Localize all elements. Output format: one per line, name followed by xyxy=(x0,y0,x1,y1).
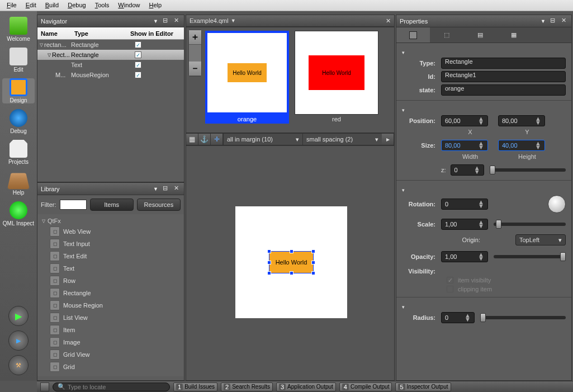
library-category[interactable]: ▽QtFx xyxy=(37,216,184,225)
navigator-row[interactable]: ▽Rect...Rectangle✓ xyxy=(37,50,184,60)
navigator-menu-arrow[interactable]: ▼ xyxy=(153,18,158,24)
snap-button[interactable]: ▦ xyxy=(186,134,198,145)
rotation-field[interactable]: 0▲▼ xyxy=(441,199,488,210)
type-field[interactable]: Rectangle xyxy=(441,58,566,69)
mode-projects[interactable]: Projects xyxy=(2,140,35,165)
properties-split-icon[interactable]: ⊟ xyxy=(548,17,557,26)
height-field[interactable]: 40,00▲▼ xyxy=(498,140,545,151)
radius-field[interactable]: 0▲▼ xyxy=(441,312,475,323)
navigator-row[interactable]: Text✓ xyxy=(37,60,184,70)
prop-tab-advanced[interactable]: ▤ xyxy=(463,27,497,42)
navigator-row[interactable]: M...MouseRegion✓ xyxy=(37,70,184,80)
library-item[interactable]: ◻Mouse Region xyxy=(37,299,184,311)
locator-input[interactable]: 🔍Type to locate xyxy=(53,382,170,391)
library-item[interactable]: ◻Image xyxy=(37,336,184,348)
pos-x-field[interactable]: 60,00▲▼ xyxy=(441,115,488,126)
menu-debug[interactable]: Debug xyxy=(63,0,90,11)
pos-y-field[interactable]: 80,00▲▼ xyxy=(498,115,545,126)
anchor-button[interactable]: ⚓ xyxy=(198,134,211,145)
document-filename[interactable]: Example4.qml xyxy=(190,17,229,24)
prop-tab-basic[interactable] xyxy=(396,27,430,42)
library-item[interactable]: ◻List View xyxy=(37,311,184,324)
rotation-dial[interactable] xyxy=(548,195,566,213)
properties-close-icon[interactable]: ✕ xyxy=(559,17,568,26)
library-item[interactable]: ◻Grid View xyxy=(37,348,184,361)
section-toggle[interactable]: ▾ xyxy=(402,304,405,310)
mode-qml-inspect[interactable]: QML Inspect xyxy=(2,201,35,226)
output-pane-button[interactable]: 1Build Issues xyxy=(173,382,217,391)
build-button[interactable]: ⚒ xyxy=(8,355,29,375)
resize-handle-n[interactable] xyxy=(290,249,293,253)
output-pane-button[interactable]: 2Search Results xyxy=(221,382,273,391)
menu-tools[interactable]: Tools xyxy=(91,0,114,11)
mode-edit[interactable]: Edit xyxy=(2,48,35,73)
menu-build[interactable]: Build xyxy=(41,0,63,11)
menu-file[interactable]: File xyxy=(2,0,21,11)
library-item[interactable]: ◻Text xyxy=(37,262,184,275)
resize-handle-e[interactable] xyxy=(311,261,315,265)
menu-help[interactable]: Help xyxy=(144,0,166,11)
opacity-slider[interactable] xyxy=(494,255,566,258)
mode-debug[interactable]: Debug xyxy=(2,109,35,134)
library-item[interactable]: ◻Text Edit xyxy=(37,250,184,262)
resize-handle-nw[interactable] xyxy=(267,249,271,253)
library-item[interactable]: ◻Item xyxy=(37,324,184,336)
width-field[interactable]: 80,00▲▼ xyxy=(441,140,488,151)
navigator-row[interactable]: ▽rectan...Rectangle✓ xyxy=(37,40,184,50)
filter-input[interactable] xyxy=(60,200,87,210)
zoom-out-button[interactable]: － xyxy=(189,62,201,76)
id-field[interactable]: Rectangle1 xyxy=(441,71,566,82)
artboard[interactable]: Hello World xyxy=(235,206,347,318)
run-button[interactable]: ▶ xyxy=(8,306,29,326)
library-item[interactable]: ◻Text Input xyxy=(37,238,184,250)
items-tab[interactable]: Items xyxy=(90,199,134,211)
clipping-checkbox[interactable]: clipping item xyxy=(447,286,566,292)
library-item[interactable]: ◻Grid xyxy=(37,361,184,373)
spacing-combo[interactable]: small spacing (2)▾ xyxy=(302,134,382,145)
scale-slider[interactable] xyxy=(494,223,566,226)
properties-menu-arrow[interactable]: ▼ xyxy=(541,18,546,24)
section-toggle[interactable]: ▾ xyxy=(402,187,405,193)
section-toggle[interactable]: ▾ xyxy=(402,107,405,113)
section-toggle[interactable]: ▾ xyxy=(402,50,405,55)
menu-edit[interactable]: Edit xyxy=(21,0,41,11)
design-canvas[interactable]: Hello World xyxy=(186,145,395,381)
output-pane-button[interactable]: 4Compile Output xyxy=(339,382,392,391)
opacity-field[interactable]: 1,00▲▼ xyxy=(441,251,488,262)
resize-handle-w[interactable] xyxy=(267,261,271,265)
prop-tab-layout[interactable]: ⬚ xyxy=(430,27,463,42)
resize-handle-s[interactable] xyxy=(290,271,293,275)
selected-rectangle[interactable]: Hello World xyxy=(269,251,314,273)
resize-handle-sw[interactable] xyxy=(267,271,271,275)
navigator-tree[interactable]: ▽rectan...Rectangle✓▽Rect...Rectangle✓Te… xyxy=(37,40,184,181)
move-button[interactable]: ✛ xyxy=(211,134,223,145)
resources-tab[interactable]: Resources xyxy=(137,199,181,211)
document-menu-arrow[interactable]: ▼ xyxy=(231,18,236,23)
radius-slider[interactable] xyxy=(480,316,566,319)
z-field[interactable]: 0▲▼ xyxy=(451,164,484,176)
navigator-split-icon[interactable]: ⊟ xyxy=(160,17,169,26)
state-field[interactable]: orange xyxy=(441,84,566,96)
state-card[interactable]: Hello Worldorange xyxy=(205,31,289,124)
output-pane-button[interactable]: 3Application Output xyxy=(276,382,336,391)
run-debug-button[interactable]: ▶ xyxy=(8,330,29,351)
resize-handle-se[interactable] xyxy=(311,271,315,275)
mode-welcome[interactable]: Welcome xyxy=(2,17,35,42)
navigator-close-icon[interactable]: ✕ xyxy=(172,17,181,26)
library-split-icon[interactable]: ⊟ xyxy=(160,185,169,193)
library-menu-arrow[interactable]: ▼ xyxy=(153,186,158,192)
mode-help[interactable]: Help xyxy=(2,171,35,196)
library-item[interactable]: ◻Row xyxy=(37,275,184,287)
state-card[interactable]: Hello Worldred xyxy=(295,31,378,124)
output-pane-button[interactable]: 5Inspector Output xyxy=(395,382,451,391)
origin-combo[interactable]: TopLeft▾ xyxy=(515,234,566,245)
library-close-icon[interactable]: ✕ xyxy=(172,185,181,193)
library-list[interactable]: ▽QtFx ◻Web View◻Text Input◻Text Edit◻Tex… xyxy=(37,214,184,376)
library-item[interactable]: ◻Rectangle xyxy=(37,287,184,299)
margin-combo[interactable]: all in margin (10)▾ xyxy=(223,134,302,145)
menu-window[interactable]: Window xyxy=(113,0,144,11)
document-close-icon[interactable]: ✕ xyxy=(386,17,391,25)
mode-design[interactable]: Design xyxy=(2,78,35,103)
toolbar-more-button[interactable]: ▸ xyxy=(382,134,394,145)
toggle-sidebar-button[interactable] xyxy=(40,382,49,391)
